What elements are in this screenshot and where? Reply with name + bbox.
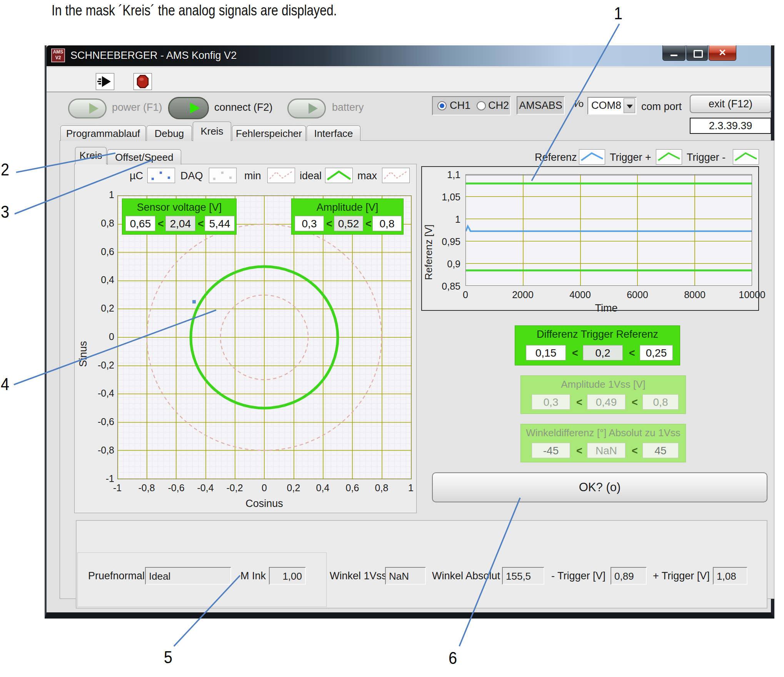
subtab-offset-speed[interactable]: Offset/Speed <box>107 149 181 165</box>
trigger-plus-field: 1,08 <box>713 567 747 585</box>
com-port-select[interactable]: COM8 <box>587 97 637 115</box>
tab-kreis[interactable]: Kreis <box>193 122 231 141</box>
page: In the mask ´Kreis´ the analog signals a… <box>0 0 784 677</box>
xy-ytick: -0,6 <box>91 416 114 427</box>
xy-ytick: 1 <box>91 189 114 200</box>
legend-trigger-plus-label: Trigger + <box>610 152 651 163</box>
tab-fehlerspeicher[interactable]: Fehlerspeicher <box>232 125 306 141</box>
radio-ch1-label: CH1 <box>450 100 470 112</box>
window-title: SCHNEEBERGER - AMS Konfig V2 <box>70 50 237 62</box>
ref-xtick: 6000 <box>618 289 657 300</box>
diff-trigger-panel: Differenz Trigger Referenz 0,15 < 0,2 < … <box>515 325 680 365</box>
diff-trigger-min[interactable]: 0,15 <box>526 345 566 360</box>
minimize-button[interactable] <box>662 45 686 61</box>
ref-xtick: 4000 <box>561 289 599 300</box>
diff-trigger-title: Differenz Trigger Referenz <box>515 328 680 340</box>
run-arrow-icon <box>96 73 114 90</box>
tab-interface[interactable]: Interface <box>307 125 360 141</box>
legend-min-label: min <box>244 170 261 182</box>
sensor-voltage-value: 2,04 <box>165 216 195 231</box>
xy-xlabel: Cosinus <box>226 498 303 510</box>
amplitude-1vss-title: Amplitude 1Vss [V] <box>521 379 686 390</box>
winkeldifferenz-panel: Winkeldifferenz [°] Absolut zu 1Vss -45 … <box>520 424 686 462</box>
lt-symbol: < <box>365 218 372 230</box>
stop-button[interactable] <box>133 73 152 90</box>
legend-uc-icon[interactable] <box>147 168 175 183</box>
callout-number-6: 6 <box>449 649 457 668</box>
close-icon: ✕ <box>709 45 736 60</box>
legend-referenz-icon[interactable] <box>579 149 605 165</box>
trigger-plus-label: + Trigger [V] <box>653 570 710 582</box>
subtab-kreis[interactable]: Kreis <box>75 147 107 164</box>
radio-ch2[interactable] <box>477 101 486 110</box>
ref-ytick: 1 <box>431 214 460 225</box>
app-icon: AMS V2 <box>51 48 65 62</box>
titlebar: AMS V2 SCHNEEBERGER - AMS Konfig V2 ✕ <box>47 45 771 66</box>
connect-label: connect (F2) <box>214 102 273 113</box>
ref-ytick: 0,95 <box>431 236 460 247</box>
app-window: AMS V2 SCHNEEBERGER - AMS Konfig V2 ✕ <box>45 45 774 619</box>
toolbar <box>47 68 771 92</box>
ref-plot-area <box>465 174 752 286</box>
stop-icon <box>134 73 152 90</box>
minimize-icon <box>671 55 677 56</box>
pruefnormal-field[interactable]: Ideal <box>145 567 231 585</box>
amplitude-1vss-max: 0,8 <box>642 394 679 410</box>
power-toggle[interactable] <box>68 98 107 118</box>
com-port-dropdown-button[interactable] <box>624 98 635 113</box>
legend-ideal-label: ideal <box>300 170 322 182</box>
version-display: 2.3.39.39 <box>690 118 771 134</box>
xy-ytick: 0,6 <box>91 246 114 257</box>
xy-xtick: -0,8 <box>131 482 162 494</box>
run-button[interactable] <box>96 73 114 90</box>
xy-xtick: -0,6 <box>161 482 192 494</box>
amplitude-value: 0,52 <box>334 216 363 231</box>
amplitude-1vss-min: 0,3 <box>532 394 570 410</box>
callout-number-2: 2 <box>1 160 9 179</box>
xy-ytick: 0,2 <box>91 303 114 314</box>
connect-toggle[interactable] <box>168 97 209 119</box>
legend-daq-icon[interactable] <box>209 168 237 183</box>
battery-label: battery <box>332 102 364 113</box>
trigger-minus-field: 0,89 <box>611 567 647 585</box>
diff-trigger-max[interactable]: 0,25 <box>640 345 673 360</box>
ref-ytick: 0,9 <box>431 258 460 270</box>
exit-button[interactable]: exit (F12) <box>690 95 771 113</box>
ref-ylabel: Referenz [V] <box>423 224 435 280</box>
legend-ideal-icon[interactable] <box>325 168 353 183</box>
referenz-line <box>466 226 752 231</box>
com-port-label: com port <box>641 101 682 113</box>
maximize-icon <box>694 50 703 58</box>
winkeldifferenz-min: -45 <box>532 443 570 458</box>
winkel-absolut-label: Winkel Absolut <box>432 570 500 582</box>
legend-trigger-plus-icon[interactable] <box>656 149 682 165</box>
sensor-voltage-max[interactable]: 5,44 <box>205 216 235 231</box>
amplitude-panel: Amplitude [V] 0,3 < 0,52 < 0,8 <box>291 198 404 235</box>
close-button[interactable]: ✕ <box>709 45 736 61</box>
mink-label: M Ink <box>240 570 266 582</box>
sensor-voltage-min[interactable]: 0,65 <box>125 216 155 231</box>
lt-symbol: < <box>629 347 635 359</box>
lt-symbol: < <box>326 218 332 230</box>
tab-programmablauf[interactable]: Programmablauf <box>60 125 146 141</box>
ok-button[interactable]: OK? (o) <box>432 472 767 502</box>
battery-toggle[interactable] <box>287 98 326 118</box>
legend-max-icon[interactable] <box>382 168 410 183</box>
maximize-button[interactable] <box>686 45 708 61</box>
ref-plot-svg <box>466 175 752 285</box>
tab-debug[interactable]: Debug <box>147 125 192 141</box>
ref-xtick: 8000 <box>676 289 714 300</box>
amplitude-min[interactable]: 0,3 <box>295 216 324 231</box>
sensor-voltage-title: Sensor voltage [V] <box>122 202 236 213</box>
legend-min-icon[interactable] <box>267 168 295 183</box>
uc-point <box>192 300 196 303</box>
xy-xtick: -0,2 <box>219 482 250 494</box>
radio-ch1[interactable] <box>437 101 447 110</box>
xy-ytick: -0,4 <box>91 388 114 399</box>
pruefnormal-label: Pruefnormal <box>88 570 145 582</box>
legend-max-label: max <box>357 170 377 182</box>
amplitude-max[interactable]: 0,8 <box>372 216 402 231</box>
page-heading: In the mask ´Kreis´ the analog signals a… <box>52 2 337 19</box>
legend-trigger-minus-icon[interactable] <box>733 149 759 165</box>
xy-xtick: 0,8 <box>366 482 397 494</box>
